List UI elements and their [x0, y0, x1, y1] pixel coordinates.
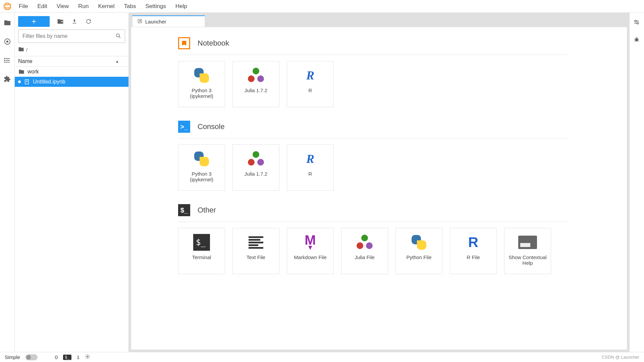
card-label: R: [290, 171, 330, 177]
right-activity-bar: [629, 13, 644, 352]
python-icon: [411, 234, 427, 250]
folder-icon: [18, 68, 25, 75]
breadcrumb[interactable]: /: [15, 46, 128, 56]
svg-point-14: [637, 22, 638, 24]
section-rule: [178, 55, 567, 55]
toc-icon[interactable]: [3, 56, 11, 64]
new-launcher-button[interactable]: [18, 16, 50, 27]
card-row: Python 3 (ipykernel)Julia 1.7.2RR: [178, 61, 567, 107]
refresh-icon[interactable]: [85, 18, 92, 25]
julia-icon: [248, 67, 264, 83]
section-title: Console: [198, 122, 225, 131]
file-list: workUntitled.ipynb: [15, 67, 128, 352]
column-name: Name: [18, 58, 33, 64]
menu-settings[interactable]: Settings: [141, 2, 171, 10]
svg-point-7: [4, 60, 5, 61]
watermark-credit: CSDN @: [602, 355, 620, 360]
file-row[interactable]: Untitled.ipynb: [15, 77, 128, 87]
tab-bar: Launcher: [131, 15, 627, 27]
launcher-card[interactable]: Python 3 (ipykernel): [178, 144, 225, 191]
file-list-header[interactable]: Name ▲: [15, 56, 128, 67]
section-rule: [178, 222, 567, 222]
menu-kernel[interactable]: Kernel: [93, 2, 119, 10]
menu-help[interactable]: Help: [171, 2, 192, 10]
launcher-card[interactable]: Python 3 (ipykernel): [178, 61, 225, 107]
svg-point-6: [4, 58, 5, 59]
help-icon: [518, 236, 537, 249]
extensions-icon[interactable]: [3, 75, 11, 83]
property-inspector-icon[interactable]: [633, 19, 641, 26]
svg-line-10: [119, 37, 120, 38]
svg-point-9: [116, 34, 119, 37]
card-row: Python 3 (ipykernel)Julia 1.7.2RR: [178, 144, 567, 191]
launcher-card[interactable]: Julia 1.7.2: [232, 61, 279, 107]
card-label: Show Contextual Help: [507, 254, 548, 266]
file-row[interactable]: work: [15, 67, 128, 77]
r-file-icon: R: [468, 234, 478, 250]
dock-panel: Launcher NotebookPython 3 (ipykernel)Jul…: [129, 13, 629, 352]
julia-icon: [248, 151, 264, 167]
main-area: / Name ▲ workUntitled.ipynb Launcher Not…: [0, 13, 644, 352]
launcher-card[interactable]: RR File: [450, 228, 497, 274]
launcher-card[interactable]: $_Terminal: [178, 228, 225, 274]
launcher-card[interactable]: Python File: [395, 228, 442, 274]
upload-icon[interactable]: [71, 18, 78, 25]
launcher-card[interactable]: Text File: [232, 228, 279, 274]
launcher-card[interactable]: M▼Markdown File: [287, 228, 334, 274]
launcher-card[interactable]: Show Contextual Help: [504, 228, 551, 274]
launcher-card[interactable]: Julia File: [341, 228, 388, 274]
kernel-count: 0: [55, 354, 58, 360]
file-browser-icon[interactable]: [3, 19, 11, 27]
running-icon[interactable]: [3, 38, 11, 46]
text-file-icon: [249, 236, 263, 249]
file-browser-toolbar: [15, 13, 128, 29]
card-label: Markdown File: [290, 254, 330, 260]
menu-run[interactable]: Run: [73, 2, 93, 10]
terminal-indicator-icon: $_: [63, 355, 71, 360]
python-icon: [194, 151, 210, 167]
card-label: R File: [453, 254, 493, 260]
breadcrumb-separator: /: [26, 47, 28, 53]
file-name: Untitled.ipynb: [33, 79, 65, 85]
card-row: $_TerminalText FileM▼Markdown FileJulia …: [178, 228, 567, 274]
section-header: $_Other: [178, 204, 567, 216]
card-label: Python 3 (ipykernel): [181, 171, 222, 182]
filter-input[interactable]: [22, 33, 115, 40]
section-header: Notebook: [178, 37, 567, 49]
file-name: work: [28, 69, 39, 75]
menu-view[interactable]: View: [52, 2, 74, 10]
terminal-icon: $_: [193, 234, 210, 251]
launcher: NotebookPython 3 (ipykernel)Julia 1.7.2R…: [131, 27, 627, 350]
card-label: Julia File: [344, 254, 385, 260]
launcher-card[interactable]: RR: [287, 144, 334, 191]
card-label: Julia 1.7.2: [236, 171, 276, 177]
julia-icon: [357, 234, 373, 250]
search-icon: [115, 33, 121, 40]
section-rule: [178, 138, 567, 138]
launcher-card[interactable]: Julia 1.7.2: [232, 144, 279, 191]
menu-file[interactable]: File: [14, 2, 33, 10]
card-label: Python 3 (ipykernel): [181, 87, 222, 99]
tab-launcher[interactable]: Launcher: [132, 15, 205, 27]
settings-status-icon[interactable]: [85, 354, 90, 360]
watermark-hint: Launcher: [621, 355, 639, 360]
new-folder-icon[interactable]: [57, 18, 64, 25]
menu-tabs[interactable]: Tabs: [119, 2, 141, 10]
svg-point-13: [635, 20, 636, 22]
left-activity-bar: [0, 13, 15, 352]
section-header: >_Console: [178, 121, 567, 133]
menu-edit[interactable]: Edit: [33, 2, 52, 10]
debugger-icon[interactable]: [633, 36, 641, 44]
sort-indicator-icon: ▲: [115, 59, 119, 63]
card-label: Text File: [236, 254, 276, 260]
r-icon: R: [306, 152, 314, 166]
launcher-card[interactable]: RR: [287, 61, 334, 107]
section-title: Notebook: [198, 39, 229, 48]
svg-point-0: [4, 3, 11, 10]
section-title: Other: [198, 206, 216, 215]
file-browser-panel: / Name ▲ workUntitled.ipynb: [15, 13, 129, 352]
r-icon: R: [306, 68, 314, 82]
jupyter-logo-icon: [3, 2, 12, 11]
filter-box[interactable]: [18, 29, 125, 43]
simple-mode-toggle[interactable]: [25, 354, 38, 360]
